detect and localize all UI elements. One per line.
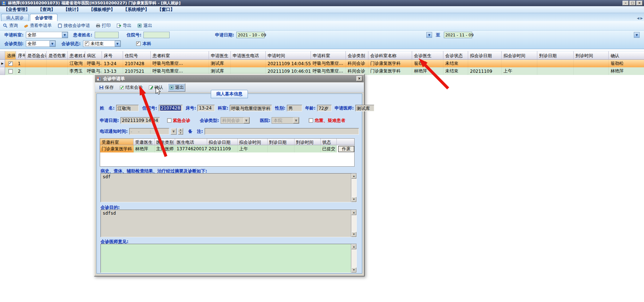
column-header-22[interactable]: 确认 xyxy=(609,51,644,60)
row-select-checkbox[interactable] xyxy=(8,61,13,66)
table-row[interactable]: ▶1江敬洵呼吸与...13-242107428呼吸与危重症...测试库20211… xyxy=(0,60,644,67)
apply-date-label: 申请日期: xyxy=(215,32,234,38)
chevron-down-icon[interactable]: ▼ xyxy=(244,118,249,123)
phone-time-spinner[interactable]: ▲▼ xyxy=(178,128,183,135)
apply-doctor-field[interactable]: 测试库 xyxy=(355,105,374,111)
maximize-button[interactable]: □ xyxy=(629,1,636,5)
admission-no-input[interactable] xyxy=(143,32,170,38)
column-header-14[interactable]: 会诊类别 xyxy=(346,51,368,60)
apply-date-field[interactable]: 20211109 14:04 xyxy=(120,117,160,124)
column-header-2[interactable]: 序号 xyxy=(16,51,25,60)
column-header-10[interactable]: 申请医生 xyxy=(209,51,231,60)
name-field[interactable]: 江敬洵 xyxy=(116,105,139,111)
close-button[interactable]: × xyxy=(636,1,643,5)
column-header-5[interactable]: 患者姓名 xyxy=(68,51,85,60)
void-button[interactable]: 作废 xyxy=(338,146,354,152)
dialog-close-button[interactable]: × xyxy=(356,76,362,81)
bed-field[interactable]: 13-24 xyxy=(197,105,215,111)
column-header-16[interactable]: 会诊医生 xyxy=(412,51,443,60)
chevron-down-icon[interactable]: ▼ xyxy=(115,41,120,47)
dialog-exit-button[interactable]: 退出 xyxy=(168,83,185,92)
menu-system[interactable]: 【系统维护】 xyxy=(123,7,149,13)
column-header-12[interactable]: 申请时间 xyxy=(266,51,311,60)
apply-dept-select[interactable]: 全部 ▼ xyxy=(26,32,68,38)
tab-nav-next-icon[interactable]: ▶ xyxy=(640,16,643,20)
scroll-down-icon[interactable]: ▼ xyxy=(351,197,356,202)
critical-checkbox[interactable] xyxy=(309,118,313,123)
column-header-8[interactable]: 住院号 xyxy=(123,51,151,60)
date-to-input[interactable]: 2021 - 11 - 09 xyxy=(444,32,472,38)
exit-button[interactable]: 退出 xyxy=(137,23,152,29)
admission-field[interactable]: 2107428 xyxy=(159,105,183,111)
column-header-15[interactable]: 会诊科室名称 xyxy=(368,51,412,60)
scroll-down-icon[interactable]: ▼ xyxy=(351,232,356,237)
row-select-cell xyxy=(5,67,16,75)
chevron-down-icon[interactable]: ▼ xyxy=(62,32,68,38)
consult-class-select[interactable]: 全部 ▼ xyxy=(26,40,56,47)
scroll-up-icon[interactable]: ▲ xyxy=(351,244,356,249)
column-header-3[interactable]: 是否急会诊 xyxy=(25,51,47,60)
scroll-down-icon[interactable]: ▼ xyxy=(351,267,356,273)
column-header-11[interactable]: 申请医生电话 xyxy=(231,51,266,60)
column-header-6[interactable]: 病区 xyxy=(85,51,102,60)
column-header-9[interactable]: 患者科室 xyxy=(151,51,209,60)
confirm-button[interactable]: 确认 xyxy=(147,84,164,91)
column-header-17[interactable]: 会诊状态 xyxy=(443,51,468,60)
gender-field[interactable]: 男 xyxy=(287,105,302,111)
menu-window[interactable]: 【窗口】 xyxy=(157,7,175,13)
scroll-up-icon[interactable]: ▲ xyxy=(351,174,356,179)
menu-statistics[interactable]: 【统计】 xyxy=(63,7,81,13)
patient-info-tab[interactable]: 病人基本信息 xyxy=(211,90,248,98)
row-select-checkbox[interactable] xyxy=(8,69,13,73)
column-header-13[interactable]: 申请科室 xyxy=(311,51,346,60)
hospital-select[interactable]: 本院 ▼ xyxy=(272,117,299,124)
minimize-button[interactable]: – xyxy=(623,1,629,5)
row-selector[interactable] xyxy=(0,67,5,75)
column-header-20[interactable]: 到诊日期 xyxy=(537,51,574,60)
column-header-19[interactable]: 拟会诊时间 xyxy=(502,51,537,60)
consult-type-select[interactable]: 科间会诊 ▼ xyxy=(221,117,250,124)
note-field[interactable] xyxy=(205,128,359,135)
history-textarea[interactable]: sdf ▲ ▼ xyxy=(100,173,357,202)
history-scrollbar[interactable]: ▲ ▼ xyxy=(351,174,356,202)
date-from-chevron-icon[interactable]: ▼ xyxy=(426,32,432,38)
age-field[interactable]: 72岁 xyxy=(317,105,332,111)
patient-name-input[interactable] xyxy=(95,32,119,38)
tab-patient-visit[interactable]: 病人就诊 xyxy=(1,14,29,21)
purpose-scrollbar[interactable]: ▲ ▼ xyxy=(351,210,356,237)
phone-time-chevron-icon[interactable]: ▼ xyxy=(171,128,177,135)
own-dept-checkbox[interactable] xyxy=(136,41,141,46)
opinion-scrollbar[interactable]: ▲ ▼ xyxy=(351,244,356,273)
invited-table-row[interactable]: 门诊康复医学科林艳萍主治医师1377462001720211109上午已提交作废 xyxy=(100,145,354,152)
date-to-chevron-icon[interactable]: ▼ xyxy=(634,32,640,38)
export-button[interactable]: 导出 xyxy=(116,23,131,29)
column-header-1[interactable]: 选择 xyxy=(5,51,16,60)
query-button[interactable]: 查询 xyxy=(3,23,18,29)
phone-time-field[interactable]: - - : : xyxy=(129,128,169,135)
consult-status-select[interactable]: 未结束 ▼ xyxy=(83,40,121,47)
opinion-textarea[interactable]: ▲ ▼ xyxy=(100,244,357,273)
consult-status-checkbox[interactable] xyxy=(85,41,89,46)
date-from-input[interactable]: 2021 - 10 - 09 xyxy=(236,32,265,38)
row-selector[interactable]: ▶ xyxy=(0,60,5,67)
purpose-textarea[interactable]: sdfsd ▲ ▼ xyxy=(100,210,357,237)
scroll-up-icon[interactable]: ▲ xyxy=(351,210,356,215)
view-request-button[interactable]: 查看申请单 xyxy=(24,23,52,29)
column-header-7[interactable]: 床号 xyxy=(102,51,123,60)
column-header-21[interactable]: 到诊时间 xyxy=(574,51,609,60)
print-button[interactable]: 打印 xyxy=(96,23,111,29)
column-header-4[interactable]: 是否危重 xyxy=(47,51,68,60)
chevron-down-icon[interactable]: ▼ xyxy=(293,118,299,123)
urgent-checkbox[interactable] xyxy=(167,118,171,123)
menu-business[interactable]: 【业务管理】 xyxy=(4,7,30,13)
tab-consult-management[interactable]: 会诊管理 xyxy=(30,14,58,21)
end-consult-button[interactable]: 结束会诊 xyxy=(118,84,144,91)
chevron-down-icon[interactable]: ▼ xyxy=(50,41,55,47)
tab-nav-prev-icon[interactable]: ◀ xyxy=(637,16,639,20)
menu-query[interactable]: 【查询】 xyxy=(38,7,55,13)
dept-field[interactable]: 呼吸与危重症医学科 xyxy=(230,105,272,111)
receive-request-button[interactable]: 接收会诊申请 xyxy=(58,23,90,29)
column-header-18[interactable]: 拟会诊日期 xyxy=(468,51,502,60)
menu-template[interactable]: 【模板维护】 xyxy=(89,7,115,13)
save-button[interactable]: 保存 xyxy=(98,84,115,91)
